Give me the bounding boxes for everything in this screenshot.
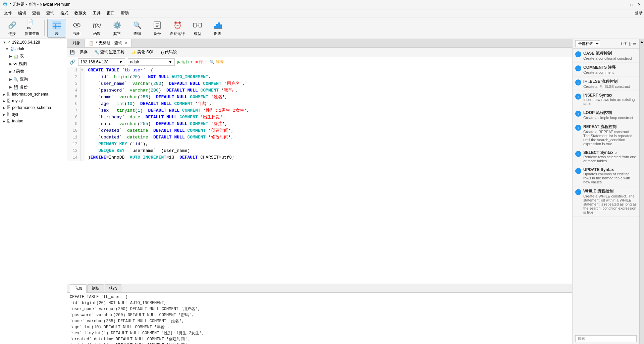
snippet-search-input[interactable] — [575, 335, 637, 342]
menu-window[interactable]: 窗口 — [104, 10, 117, 17]
code-snippet-button[interactable]: () 代码段 — [159, 49, 179, 56]
save-button[interactable]: 保存 — [77, 49, 90, 56]
snippet-item-case[interactable]: ○CASE 流程控制Create a conditional construct — [573, 49, 639, 63]
snippet-item-if-else[interactable]: ○IF...ELSE 流程控制Create a IF...ELSE constr… — [573, 77, 639, 91]
menu-view[interactable]: 查看 — [30, 10, 43, 17]
code-line-content[interactable]: `user_name` varchar(200) DEFAULT NULL CO… — [85, 80, 245, 87]
sidebar-item-tables[interactable]: ▶ 📊 表 — [0, 52, 67, 60]
chart-icon — [212, 20, 223, 31]
line-gutter — [80, 94, 85, 101]
snippet-title: REPEAT 流程控制 — [583, 124, 637, 130]
code-line-content[interactable]: `id` bigint(20) NOT NULL AUTO_INCREMENT, — [85, 74, 211, 80]
sidebar-item-queries[interactable]: ▶ 🔍 查询 — [0, 75, 67, 83]
sidebar-db-taotao[interactable]: ▶ 🗄 taotao — [0, 118, 67, 124]
query-tab-icon: 📋 — [89, 41, 94, 46]
menu-icon[interactable]: ☰ — [633, 41, 637, 46]
stop-button[interactable]: ■ 停止 — [195, 59, 207, 65]
snippet-text: WHILE 流程控制Create a WHILE construct. The … — [583, 188, 637, 214]
beautify-sql-button[interactable]: ✨ 美化 SQL — [129, 49, 156, 56]
menu-favorites[interactable]: 收藏夹 — [72, 10, 89, 17]
toolbar-new-query[interactable]: 📄✏ 新建查询 — [23, 19, 42, 38]
snippet-desc: Create a conditional construct — [583, 56, 637, 60]
connect-label: 连接 — [8, 31, 16, 36]
sidebar-item-backups[interactable]: ▶ 💾 备份 — [0, 83, 67, 91]
toolbar-backup[interactable]: 备份 — [148, 19, 167, 38]
sidebar-db-perf-schema[interactable]: ▶ 🗄 performance_schema — [0, 104, 67, 111]
code-line-content[interactable]: CREATE TABLE `tb_user` ( — [85, 67, 153, 74]
sidebar-connection[interactable]: ▼ ✓ 192.168.64.128 — [0, 39, 67, 46]
func-icon-small: f — [13, 69, 15, 74]
code-line-content[interactable]: `updated` datetime DEFAULT NULL COMMENT … — [85, 134, 233, 141]
db-icon4: 🗄 — [7, 105, 11, 110]
maximize-button[interactable]: □ — [629, 2, 634, 7]
close-button[interactable]: ✕ — [637, 2, 641, 7]
snippet-title: COMMENTS 注释 — [583, 65, 637, 70]
eye-icon[interactable]: 👁 — [624, 41, 628, 46]
tab-object[interactable]: 对象 — [68, 39, 85, 47]
tab-status[interactable]: 状态 — [105, 284, 121, 292]
sql-editor[interactable]: 1⊟CREATE TABLE `tb_user` (2 `id` bigint(… — [67, 67, 572, 284]
sidebar-db-sys[interactable]: ▶ 🗄 sys — [0, 111, 67, 118]
snippet-desc: Insert new rows into an existing table — [583, 98, 637, 106]
menu-tools[interactable]: 工具 — [90, 10, 103, 17]
snippet-item-loop[interactable]: ○LOOP 流程控制Create a simple loop construct — [573, 108, 639, 122]
snippet-item-select[interactable]: ○SELECT Syntax ○Retrieve rows selected f… — [573, 148, 639, 165]
query-tab-close[interactable]: ✕ — [124, 41, 127, 45]
database-select[interactable]: adair ▼ — [128, 58, 175, 66]
braces-icon[interactable]: {} — [629, 41, 632, 46]
svg-rect-11 — [194, 23, 196, 27]
toolbar-function[interactable]: f(x) 函数 — [88, 19, 106, 38]
code-line-content[interactable]: `age` int(10) DEFAULT NULL COMMENT '年龄', — [85, 101, 212, 107]
snippet-category-select[interactable]: 全部标签 — [575, 40, 600, 47]
explain-label: 解释 — [216, 59, 224, 65]
snippet-item-update[interactable]: ○UPDATE SyntaxUpdates columns of existin… — [573, 165, 639, 186]
code-line-content[interactable]: `nate` varchar(255) DEFAULT NULL COMMENT… — [85, 121, 227, 127]
code-line-content[interactable]: `sex` tinyint(1) DEFAULT NULL COMMENT '性… — [85, 107, 249, 114]
info-icon[interactable]: ℹ — [621, 41, 622, 46]
sidebar-db-adair[interactable]: ▼ 🗄 adair — [0, 46, 67, 52]
code-line-content[interactable]: )ENGINE=InnoDB AUTO_INCREMENT=13 DEFAULT… — [85, 154, 234, 161]
table-row: 5 `name` varchar(255) DEFAULT NULL COMME… — [67, 94, 572, 101]
snippet-item-while[interactable]: ○WHILE 流程控制Create a WHILE construct. The… — [573, 186, 639, 217]
toolbar-table[interactable]: 表 — [47, 19, 66, 38]
toolbar-view[interactable]: 视图 — [67, 19, 86, 38]
run-button[interactable]: ▶ 运行 ▾ — [177, 59, 193, 65]
menu-file[interactable]: 文件 — [1, 10, 15, 17]
menu-query[interactable]: 查询 — [44, 10, 57, 17]
menu-help[interactable]: 帮助 — [118, 10, 131, 17]
tab-info[interactable]: 信息 — [70, 284, 87, 293]
code-line-content[interactable]: `birthday` date DEFAULT NULL COMMENT '出生… — [85, 114, 226, 121]
query-builder-button[interactable]: 🔧 查询创建工具 — [92, 49, 126, 56]
sidebar-item-views[interactable]: ▶ 👁 视图 — [0, 60, 67, 68]
code-line-content[interactable]: `password` varchar(200) DEFAULT NULL COM… — [85, 87, 238, 94]
snippet-item-insert[interactable]: ○INSERT SyntaxInsert new rows into an ex… — [573, 91, 639, 108]
sidebar-db-info-schema[interactable]: ▶ 🗄 information_schema — [0, 91, 67, 98]
code-line-content[interactable]: PRIMARY KEY (`id`), — [85, 141, 148, 148]
menu-format[interactable]: 格式 — [58, 10, 71, 17]
code-line-content[interactable]: `created` datetime DEFAULT NULL COMMENT … — [85, 127, 233, 134]
toolbar-connect[interactable]: 🔗 连接 — [3, 19, 21, 38]
toolbar-model[interactable]: 模型 — [188, 19, 207, 38]
menu-edit[interactable]: 编辑 — [15, 10, 29, 17]
toolbar-query[interactable]: 🔍 查询 — [128, 19, 147, 38]
editor-area[interactable]: 1⊟CREATE TABLE `tb_user` (2 `id` bigint(… — [67, 67, 572, 284]
toolbar-auto-run[interactable]: ⏰ 自动运行 — [168, 19, 187, 38]
code-line-content[interactable]: `name` varchar(255) DEFAULT NULL COMMENT… — [85, 94, 227, 101]
right-edge-tab[interactable]: ▶ — [639, 39, 644, 344]
explain-button[interactable]: 🔍 解释 — [210, 59, 224, 65]
sidebar-db-mysql[interactable]: ▶ 🗄 mysql — [0, 98, 67, 104]
connection-select-arrow: ▼ — [119, 60, 123, 64]
toolbar-chart[interactable]: 图表 — [208, 19, 227, 38]
snippet-item-repeat[interactable]: ○REPEAT 流程控制Create a REPEAT construct. T… — [573, 122, 639, 148]
code-line-content[interactable]: UNIQUE KEY `username` (user_name) — [85, 148, 190, 154]
toolbar-other[interactable]: ⚙️ 其它 — [108, 19, 126, 38]
line-number: 2 — [67, 74, 80, 80]
snippet-item-comments[interactable]: ○COMMENTS 注释Create a comment — [573, 63, 639, 77]
sidebar-item-functions[interactable]: ▶ f 函数 — [0, 68, 67, 75]
connection-select[interactable]: 192.168.64.128 ▼ — [78, 58, 125, 66]
minimize-button[interactable]: ─ — [622, 2, 627, 7]
view-icon — [71, 20, 82, 31]
views-arrow: ▶ — [9, 62, 12, 66]
tab-profile[interactable]: 剖析 — [87, 284, 104, 292]
tab-query[interactable]: 📋 * 无标题 - 查询 ✕ — [85, 39, 131, 47]
